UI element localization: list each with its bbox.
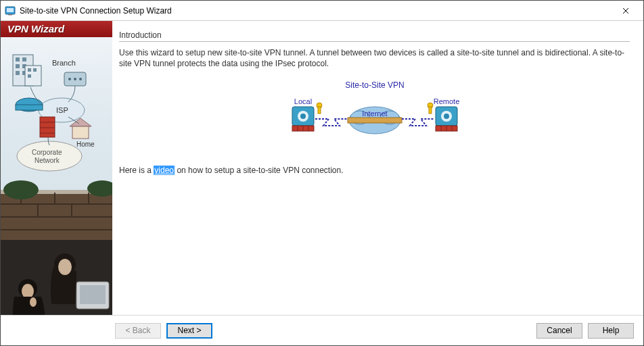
svg-rect-57 [348,118,402,123]
svg-rect-12 [33,68,37,72]
corporate-cloud-icon [17,141,82,171]
wizard-window: Site-to-site VPN Connection Setup Wizard… [0,0,644,346]
svg-rect-6 [16,64,20,68]
svg-rect-13 [28,74,31,78]
svg-rect-8 [16,71,20,75]
wizard-footer: < Back Next > Cancel Help [1,315,643,345]
svg-rect-11 [28,68,31,72]
svg-point-45 [30,297,37,307]
video-help-line: Here is a video on how to setup a site-t… [119,166,630,175]
section-title: Introduction [119,30,630,40]
close-icon [622,7,629,14]
link-left-icon [315,119,348,126]
branch-label: Branch [52,59,76,67]
isp-label: ISP [56,106,68,114]
firewall-icon [40,117,55,137]
window-title: Site-to-site VPN Connection Setup Wizard [20,6,610,16]
svg-rect-2 [8,14,12,16]
diagram-title: Site-to-Site VPN [345,80,404,90]
app-icon [5,5,16,16]
video-link[interactable]: video [154,166,175,175]
svg-point-16 [74,78,76,80]
sidebar-graphic: Branch ISP [1,37,112,315]
svg-rect-1 [7,8,14,12]
key-right-icon [428,103,433,114]
branch-building-icon [13,55,41,86]
svg-text:Network: Network [34,157,60,164]
video-suffix: on how to setup a site-to-site VPN conne… [175,166,343,175]
svg-text:Corporate: Corporate [32,149,62,156]
remote-device-icon [436,107,457,131]
section-divider [119,41,630,42]
home-label: Home [76,141,95,148]
svg-rect-53 [318,107,321,114]
next-button[interactable]: Next > [166,323,212,339]
vpn-diagram: Site-to-Site VPN Local Remote [119,78,630,143]
home-icon [70,118,91,139]
sidebar: VPN Wizard [1,21,112,315]
video-prefix: Here is a [119,166,154,175]
cancel-button[interactable]: Cancel [536,323,582,339]
wizard-body: VPN Wizard [1,21,643,315]
svg-point-42 [58,259,72,275]
svg-rect-5 [22,57,26,61]
sidebar-title: VPN Wizard [1,21,112,37]
link-right-icon [402,119,434,126]
svg-rect-59 [429,107,432,114]
back-button[interactable]: < Back [115,323,161,339]
diagram-remote-label: Remote [433,97,459,105]
svg-rect-18 [16,105,43,110]
content-area: Introduction Use this wizard to setup ne… [112,21,643,315]
diagram-internet-label: Internet [362,109,387,118]
diagram-local-label: Local [294,97,311,105]
svg-point-36 [3,180,39,199]
svg-point-17 [79,78,82,80]
svg-rect-23 [72,126,89,139]
help-button[interactable]: Help [588,323,634,339]
titlebar: Site-to-site VPN Connection Setup Wizard [1,1,643,21]
local-device-icon [292,107,314,131]
switch-icon [64,72,86,86]
svg-point-44 [22,284,34,299]
svg-rect-4 [16,57,20,61]
key-left-icon [317,103,322,114]
svg-rect-40 [80,285,106,304]
svg-point-15 [68,78,71,80]
close-button[interactable] [610,1,641,20]
intro-text: Use this wizard to setup new site-to-sit… [119,47,630,69]
